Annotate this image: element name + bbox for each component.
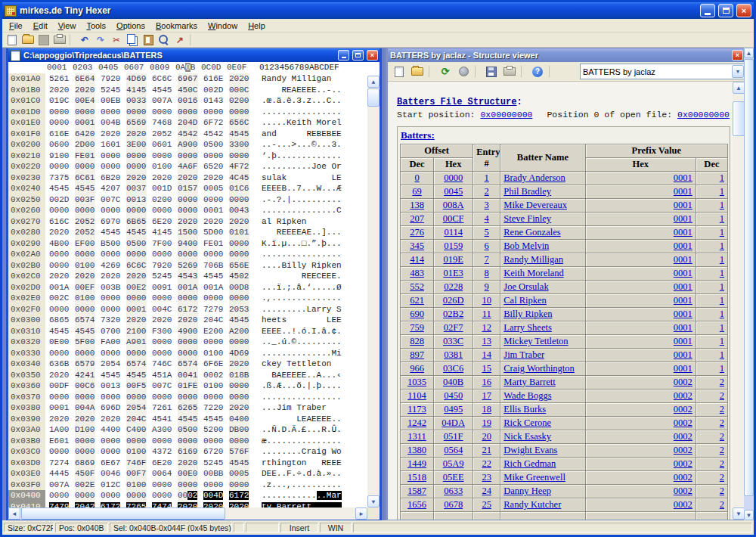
ascii-text[interactable]: .._.ú.©......... (262, 337, 342, 348)
batter-name-link[interactable]: Craig Worthington (503, 363, 575, 374)
hex-group[interactable]: 6967 (178, 73, 198, 85)
ascii-text[interactable]: EEEEB..7...W...Æ (262, 183, 342, 194)
prefix-dec-link[interactable]: 1 (720, 281, 724, 292)
hex-group[interactable]: 2052 (152, 129, 172, 140)
entry-link[interactable]: 21 (482, 445, 491, 455)
offset-hex-link[interactable]: 019E (443, 254, 463, 265)
hex-group[interactable]: E200 (203, 326, 224, 337)
hex-group[interactable]: F300 (152, 326, 172, 337)
hex-group[interactable]: 0400 (229, 414, 249, 425)
offset-dec-link[interactable]: 1311 (407, 431, 426, 442)
refresh-button[interactable]: ⟳ (437, 64, 454, 79)
hex-group[interactable]: 2020 (229, 501, 249, 508)
hex-group[interactable]: 0000 (229, 436, 249, 447)
hex-group[interactable]: 6172 (178, 304, 198, 315)
hex-group[interactable]: 0000 (49, 107, 70, 118)
ascii-text[interactable]: ...............C (262, 205, 342, 216)
scroll-thumb[interactable] (367, 88, 380, 107)
hex-group[interactable]: 2020 (152, 172, 172, 184)
hex-group[interactable]: 4545 (49, 183, 70, 194)
hex-group[interactable]: 6F6E (203, 359, 224, 370)
hex-group[interactable]: 2020 (75, 414, 95, 425)
menu-edit[interactable]: Edit (28, 20, 53, 31)
hex-group[interactable]: 4545 (229, 129, 249, 140)
batter-name-link[interactable]: Randy Kutcher (503, 499, 561, 510)
offset-dec-link[interactable]: 1104 (407, 390, 426, 401)
entry-link[interactable]: 22 (482, 458, 491, 469)
offset-dec-link[interactable]: 0 (414, 172, 419, 183)
hex-group[interactable]: 2020 (49, 271, 70, 282)
hex-group[interactable]: 1A00 (49, 424, 70, 436)
offset-dec-link[interactable]: 621 (410, 295, 424, 306)
prefix-dec-link[interactable]: 1 (720, 322, 724, 333)
offset-dec-link[interactable]: 1173 (407, 404, 426, 414)
entry-link[interactable]: 1 (485, 172, 489, 183)
hex-group[interactable]: 0000 (229, 249, 249, 260)
prefix-dec-link[interactable]: 1 (720, 363, 724, 374)
hex-group[interactable]: 00C6 (75, 380, 95, 392)
hex-dump[interactable]: 0x01A052616E6479204D696C6C6967616E2020Ra… (8, 73, 367, 508)
offset-dec-link[interactable]: 69 (412, 186, 422, 197)
hex-group[interactable]: 4542 (178, 129, 198, 140)
hex-group[interactable]: 0000 (49, 490, 70, 501)
hex-group[interactable]: 2052 (75, 227, 95, 238)
print-button[interactable] (501, 64, 518, 79)
hex-group[interactable]: 00DF (49, 380, 70, 392)
hex-group[interactable]: 0101 (229, 227, 249, 238)
ascii-text[interactable]: .............Mar (262, 490, 342, 501)
offset-hex-link[interactable]: 0678 (444, 499, 463, 510)
hex-group[interactable]: 0000 (203, 392, 224, 403)
offset-hex-link[interactable]: 01E3 (443, 268, 463, 278)
hex-group[interactable]: 0000 (49, 304, 70, 315)
start-position-link[interactable]: 0x00000000 (480, 110, 532, 120)
minimize-button[interactable] (700, 4, 715, 17)
prefix-hex-link[interactable]: 0001 (674, 349, 692, 360)
prefix-hex-link[interactable]: 0002 (674, 404, 692, 414)
hex-group[interactable]: 7474 (152, 501, 172, 508)
hex-group[interactable]: 002E (75, 480, 95, 491)
hex-group[interactable]: 0002 (178, 490, 198, 501)
hex-group[interactable]: 7279 (203, 304, 224, 315)
hex-group[interactable]: 6720 (203, 446, 224, 458)
ascii-text[interactable]: ....Billy Ripken (262, 260, 342, 272)
hex-group[interactable]: 001A (178, 282, 198, 293)
hex-group[interactable]: 2020 (49, 227, 70, 238)
ascii-text[interactable]: Randy Milligan (262, 73, 342, 85)
hex-group[interactable]: 7274 (49, 458, 70, 469)
hex-group[interactable]: 5261 (49, 73, 70, 85)
hex-group[interactable]: 6C61 (75, 172, 95, 184)
batter-name-link[interactable]: Keith Moreland (503, 268, 564, 278)
entry-link[interactable]: 18 (482, 404, 491, 414)
scroll-thumb[interactable] (21, 508, 225, 520)
hex-group[interactable]: 0000 (152, 205, 172, 216)
hex-group[interactable]: 7261 (152, 402, 172, 414)
ascii-text[interactable]: LEAEEEE.. (262, 414, 342, 425)
prefix-hex-link[interactable]: 0001 (674, 186, 692, 197)
hex-vertical-scrollbar[interactable]: ▲ ▼ (367, 76, 380, 508)
ascii-text[interactable]: heets LEE (262, 315, 342, 326)
hex-group[interactable]: 0000 (152, 392, 172, 403)
hex-group[interactable]: 0000 (101, 161, 121, 172)
hex-group[interactable]: 636B (49, 359, 70, 370)
hex-group[interactable]: 0000 (126, 151, 147, 162)
hex-group[interactable]: 00E0 (178, 468, 198, 480)
hex-group[interactable]: FA00 (101, 337, 121, 348)
hex-group[interactable]: 6E20 (152, 458, 172, 469)
hex-group[interactable]: 2020 (101, 129, 121, 140)
batter-name-link[interactable]: Marty Barrett (503, 377, 555, 387)
hex-group[interactable]: 0000 (49, 446, 70, 458)
ascii-text[interactable]: .,.............. (262, 293, 342, 304)
prefix-hex-link[interactable]: 0001 (674, 309, 692, 319)
hex-group[interactable]: 0000 (152, 249, 172, 260)
hex-group[interactable]: 746F (126, 458, 147, 469)
batter-name-link[interactable]: Mike Devereaux (503, 200, 567, 210)
hex-group[interactable]: 007C (152, 380, 172, 392)
hex-group[interactable]: B500 (101, 238, 121, 250)
prefix-hex-link[interactable]: 0001 (674, 336, 692, 346)
batter-name-link[interactable]: Mickey Tettleton (503, 336, 568, 346)
hex-group[interactable]: 2053 (229, 304, 249, 315)
hex-group[interactable]: 2020 (75, 271, 95, 282)
ascii-text[interactable]: ........Craig Wo (262, 446, 342, 458)
hex-group[interactable]: 0000 (203, 249, 224, 260)
hex-group[interactable]: 204D (178, 117, 198, 129)
